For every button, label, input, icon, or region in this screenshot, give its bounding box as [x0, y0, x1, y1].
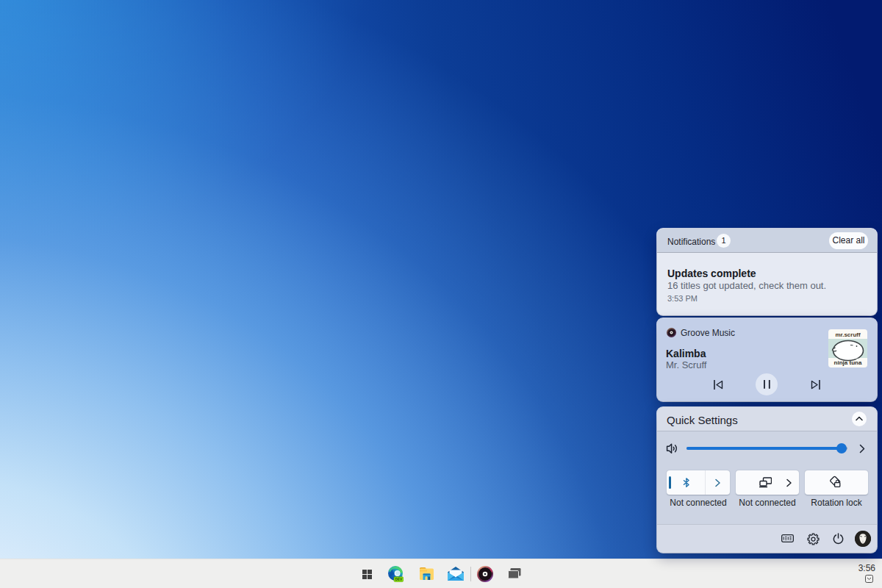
svg-text:mr.scruff: mr.scruff: [835, 331, 861, 338]
svg-text:DEV: DEV: [395, 578, 403, 581]
svg-text:ninja tuna: ninja tuna: [834, 359, 862, 366]
